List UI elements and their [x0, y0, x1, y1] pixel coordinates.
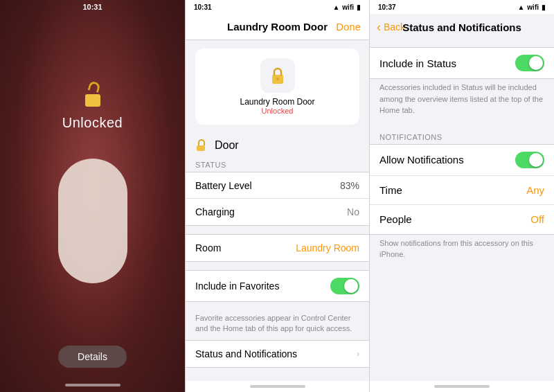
notif-home-indicator: [370, 381, 554, 392]
lock-icon-wrap: [80, 82, 105, 107]
charging-value: No: [347, 206, 359, 217]
toggle-knob: [344, 279, 358, 293]
notifications-section-header: NOTIFICATIONS: [370, 123, 554, 144]
include-status-knob: [529, 56, 543, 70]
notif-time: 10:37: [378, 3, 396, 11]
notifications-panel: 10:37 ▲ wifi ▮ ‹ Back Status and Notific…: [370, 0, 554, 392]
wifi-icon: wifi: [527, 3, 539, 11]
status-bar: 10:31 ▲ wifi ▮: [186, 0, 369, 14]
scroll-content: Laundry Room Door Unlocked Door STATUS B…: [186, 40, 369, 381]
nav-bar: Laundry Room Door Done: [186, 14, 369, 40]
device-status-text: Unlocked: [262, 107, 294, 115]
allow-notif-toggle[interactable]: [515, 152, 544, 168]
lock-body: [85, 94, 100, 107]
battery-label: Battery Level: [195, 180, 340, 191]
allow-notif-row: Allow Notifications: [370, 145, 554, 176]
room-group: Room Laundry Room: [186, 234, 369, 262]
battery-icon: ▮: [357, 3, 361, 11]
time-label: Time: [379, 184, 526, 196]
lock-content: Unlocked: [58, 82, 127, 283]
allow-notif-knob: [529, 153, 543, 167]
status-notif-row[interactable]: Status and Notifications ›: [186, 341, 369, 367]
include-status-note: Accessories included in Status will be i…: [370, 79, 554, 123]
status-section-header: STATUS: [186, 157, 369, 172]
device-icon: [260, 58, 295, 93]
home-indicator: [186, 381, 369, 392]
battery-value: 83%: [340, 180, 359, 191]
lock-screen-panel: 10:31 Unlocked Details: [0, 0, 185, 392]
notif-page-title: Status and Notifications: [402, 21, 521, 33]
charging-row: Charging No: [186, 199, 369, 225]
room-label: Room: [195, 242, 296, 253]
lock-handle: [58, 159, 127, 283]
unlocked-label: Unlocked: [62, 115, 123, 131]
notif-status-icons: ▲ wifi ▮: [517, 3, 546, 11]
include-status-toggle[interactable]: [515, 55, 544, 71]
settings-panel: 10:31 ▲ wifi ▮ Laundry Room Door Done La…: [185, 0, 370, 392]
home-bar: [250, 385, 305, 388]
details-button[interactable]: Details: [58, 346, 127, 368]
favorites-row: Include in Favorites: [186, 271, 369, 301]
svg-rect-2: [197, 145, 205, 151]
people-value: Off: [530, 213, 544, 225]
notif-nav-bar: ‹ Back Status and Notifications: [370, 14, 554, 40]
lock-status-bar: 10:31: [0, 0, 185, 14]
home-indicator: [65, 384, 120, 386]
done-button[interactable]: Done: [336, 21, 361, 33]
notifications-group: Allow Notifications Time Any People Off: [370, 144, 554, 235]
door-icon: [195, 139, 209, 152]
lock-time: 10:31: [82, 3, 102, 11]
status-group: Battery Level 83% Charging No: [186, 172, 369, 226]
time-value: Any: [526, 184, 544, 196]
door-header: Door: [186, 134, 369, 157]
notif-status-bar: 10:37 ▲ wifi ▮: [370, 0, 554, 14]
room-value: Laundry Room: [296, 242, 359, 253]
people-row[interactable]: People Off: [370, 205, 554, 234]
people-label: People: [379, 213, 530, 225]
lock-shackle: [87, 80, 100, 93]
favorites-label: Include in Favorites: [195, 280, 330, 292]
include-status-row: Include in Status: [370, 48, 554, 78]
battery-row: Battery Level 83%: [186, 172, 369, 199]
room-row[interactable]: Room Laundry Room: [186, 235, 369, 261]
signal-icon: ▲: [332, 3, 339, 11]
status-notif-label: Status and Notifications: [195, 348, 357, 359]
device-name: Laundry Room Door: [240, 97, 314, 107]
time-row[interactable]: Time Any: [370, 176, 554, 205]
lock-padlock-icon: [80, 82, 105, 107]
notif-note: Show notifications from this accessory o…: [370, 235, 554, 267]
favorites-group: Include in Favorites: [186, 270, 369, 302]
svg-point-1: [276, 78, 279, 80]
status-notif-group: Status and Notifications ›: [186, 340, 369, 368]
allow-notif-label: Allow Notifications: [379, 154, 515, 166]
notif-home-bar: [434, 385, 490, 388]
notif-content: Include in Status Accessories included i…: [370, 40, 554, 381]
chevron-right-icon: ›: [357, 348, 359, 359]
include-status-label: Include in Status: [379, 57, 515, 69]
wifi-icon: wifi: [342, 3, 354, 11]
include-status-group: Include in Status: [370, 47, 554, 79]
back-chevron-icon: ‹: [377, 20, 381, 35]
status-time: 10:31: [194, 3, 212, 11]
door-label: Door: [215, 139, 239, 152]
lock-icon: [268, 66, 287, 85]
page-title: Laundry Room Door: [227, 21, 328, 33]
device-card: Laundry Room Door Unlocked: [195, 48, 359, 125]
favorites-toggle[interactable]: [330, 278, 359, 294]
favorites-note: Favorite accessories appear in Control C…: [186, 310, 369, 340]
charging-label: Charging: [195, 206, 347, 217]
signal-icon: ▲: [517, 3, 524, 11]
status-icons: ▲ wifi ▮: [332, 3, 361, 11]
battery-icon: ▮: [542, 3, 546, 11]
